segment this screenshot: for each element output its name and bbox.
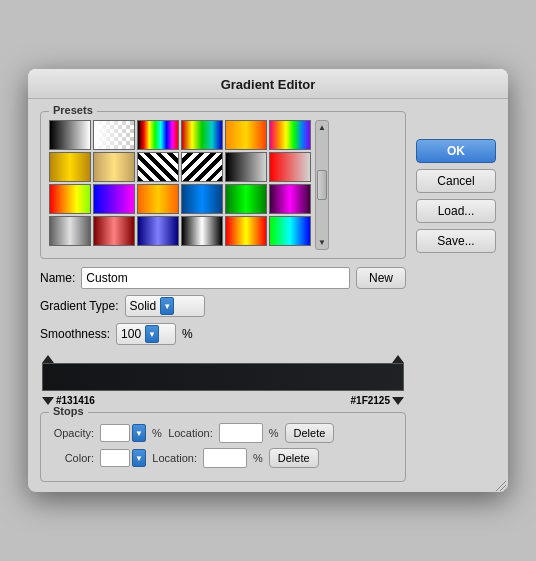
smoothness-row: Smoothness: 100 ▼ % [40,323,406,345]
opacity-location-input[interactable] [219,423,263,443]
stops-label: Stops [49,405,88,417]
preset-swatch-23[interactable] [269,216,311,246]
ok-button[interactable]: OK [416,139,496,163]
new-button[interactable]: New [356,267,406,289]
preset-swatch-22[interactable] [225,216,267,246]
preset-swatch-7[interactable] [93,152,135,182]
smoothness-arrow[interactable]: ▼ [145,325,159,343]
color-label: Color: [49,452,94,464]
color-location-label: Location: [152,452,197,464]
gradient-editor-dialog: Gradient Editor Presets [28,69,508,492]
save-button[interactable]: Save... [416,229,496,253]
right-buttons: OK Cancel Load... Save... [416,111,496,482]
preset-swatch-21[interactable] [181,216,223,246]
resize-handle[interactable] [496,480,506,490]
name-input[interactable] [81,267,350,289]
gradient-bar-area: #131416 #1F2125 [40,351,406,406]
preset-swatch-9[interactable] [181,152,223,182]
color-stop-left-marker[interactable] [42,397,54,405]
gradient-type-label: Gradient Type: [40,299,119,313]
name-label: Name: [40,271,75,285]
opacity-row: Opacity: ▼ % Location: % Delete [49,423,397,443]
preset-swatch-8[interactable] [137,152,179,182]
color-swatch[interactable] [100,449,130,467]
opacity-location-unit: % [269,427,279,439]
color-row: Color: ▼ Location: % Delete [49,448,397,468]
preset-swatch-0[interactable] [49,120,91,150]
smoothness-value: 100 [121,327,141,341]
preset-swatch-5[interactable] [269,120,311,150]
color-stop-right[interactable]: #1F2125 [351,395,404,406]
color-location-unit: % [253,452,263,464]
preset-swatch-19[interactable] [93,216,135,246]
opacity-dropdown-arrow[interactable]: ▼ [132,424,146,442]
presets-label: Presets [49,104,97,116]
preset-swatch-11[interactable] [269,152,311,182]
preset-swatch-14[interactable] [137,184,179,214]
gradient-type-select[interactable]: Solid ▼ [125,295,205,317]
load-button[interactable]: Load... [416,199,496,223]
preset-swatch-6[interactable] [49,152,91,182]
opacity-stop-right[interactable] [392,355,404,363]
opacity-location-label: Location: [168,427,213,439]
smoothness-select[interactable]: 100 ▼ [116,323,176,345]
presets-scrollbar[interactable]: ▲ ▼ [315,120,329,250]
preset-swatch-13[interactable] [93,184,135,214]
cancel-button[interactable]: Cancel [416,169,496,193]
opacity-swatch[interactable] [100,424,130,442]
scroll-up-arrow[interactable]: ▲ [318,123,326,132]
title-bar: Gradient Editor [28,69,508,99]
smoothness-label: Smoothness: [40,327,110,341]
preset-swatch-16[interactable] [225,184,267,214]
scroll-thumb[interactable] [317,170,327,200]
svg-line-2 [504,489,506,491]
color-stops-row: #131416 #1F2125 [42,393,404,406]
opacity-unit: % [152,427,162,439]
color-stop-right-label: #1F2125 [351,395,390,406]
left-panel: Presets [40,111,406,482]
preset-swatch-10[interactable] [225,152,267,182]
preset-swatch-2[interactable] [137,120,179,150]
smoothness-unit: % [182,327,193,341]
opacity-delete-button[interactable]: Delete [285,423,335,443]
presets-group: Presets [40,111,406,259]
preset-swatch-12[interactable] [49,184,91,214]
gradient-type-value: Solid [130,299,157,313]
preset-swatch-17[interactable] [269,184,311,214]
gradient-type-row: Gradient Type: Solid ▼ [40,295,406,317]
presets-grid[interactable] [49,120,311,246]
preset-swatch-15[interactable] [181,184,223,214]
stops-group: Stops Opacity: ▼ % Location: % Delete [40,412,406,482]
opacity-label: Opacity: [49,427,94,439]
opacity-stop-left[interactable] [42,355,54,363]
opacity-stops-row [42,351,404,363]
gradient-type-arrow[interactable]: ▼ [160,297,174,315]
color-dropdown-arrow[interactable]: ▼ [132,449,146,467]
opacity-swatch-group: ▼ [100,424,146,442]
color-stop-right-marker[interactable] [392,397,404,405]
color-swatch-group: ▼ [100,449,146,467]
color-location-input[interactable] [203,448,247,468]
preset-swatch-3[interactable] [181,120,223,150]
color-delete-button[interactable]: Delete [269,448,319,468]
gradient-bar[interactable] [42,363,404,391]
preset-swatch-20[interactable] [137,216,179,246]
name-row: Name: New [40,267,406,289]
dialog-title: Gradient Editor [221,77,316,92]
preset-swatch-1[interactable] [93,120,135,150]
preset-swatch-18[interactable] [49,216,91,246]
preset-swatch-4[interactable] [225,120,267,150]
scroll-down-arrow[interactable]: ▼ [318,238,326,247]
